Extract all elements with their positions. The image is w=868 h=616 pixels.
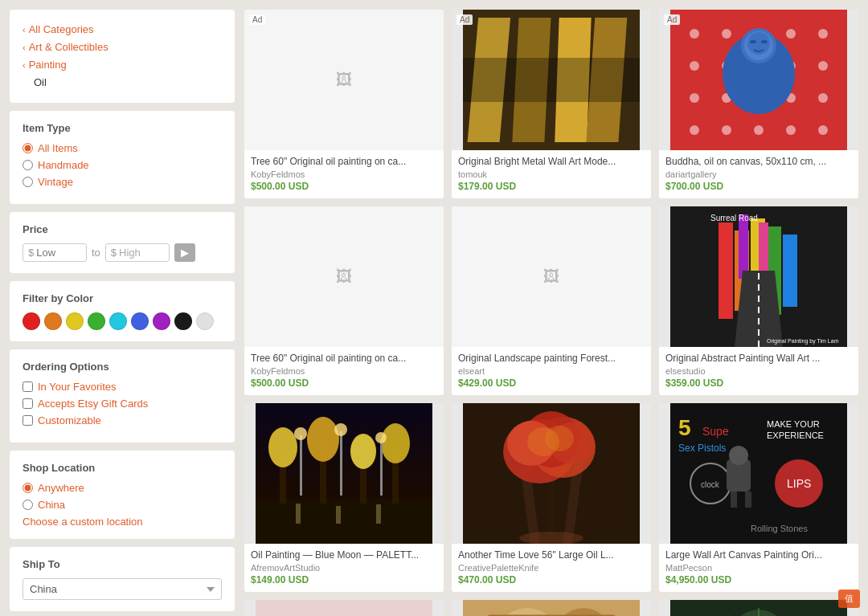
- svg-rect-87: [745, 492, 751, 508]
- color-swatch-orange[interactable]: [44, 312, 62, 330]
- price-high-wrap: $: [105, 243, 170, 262]
- product-price: $470.00 USD: [458, 574, 645, 585]
- svg-rect-61: [336, 506, 341, 524]
- product-title: Tree 60" Original oil painting on ca...: [251, 156, 437, 167]
- svg-point-31: [761, 40, 768, 43]
- svg-point-10: [786, 29, 796, 39]
- product-artwork: [452, 10, 651, 150]
- ad-badge: Ad: [664, 14, 680, 25]
- product-price: $429.00 USD: [458, 377, 645, 389]
- ordering-favorites[interactable]: In Your Favorites: [23, 381, 222, 393]
- broken-image-icon: 🖼: [244, 10, 444, 150]
- product-card[interactable]: 🖼 Original Landscape painting Forest... …: [452, 206, 651, 395]
- ad-badge: Ad: [457, 14, 473, 25]
- chevron-icon: ‹: [23, 58, 26, 73]
- product-card[interactable]: [452, 600, 651, 616]
- ordering-customizable[interactable]: Customizable: [23, 414, 222, 426]
- product-card[interactable]: Ad Original Bright Metal Wall Art Mode..…: [452, 10, 651, 198]
- breadcrumb-painting[interactable]: ‹ Painting: [23, 56, 222, 74]
- product-card[interactable]: Surreal Road Original Painting by Tim La…: [659, 206, 858, 395]
- price-low-input[interactable]: [36, 247, 76, 259]
- product-info: Another Time Love 56" Large Oil L... Cre…: [452, 544, 651, 592]
- svg-point-85: [729, 446, 748, 465]
- product-info: Large Wall Art Canvas Painting Ori... Ma…: [659, 544, 858, 592]
- product-card[interactable]: Ad: [659, 10, 858, 198]
- svg-point-8: [722, 29, 731, 39]
- broken-image-icon: 🖼: [244, 206, 444, 347]
- ordering-gift-cards[interactable]: Accepts Etsy Gift Cards: [23, 398, 222, 410]
- product-seller: KobyFeldmos: [251, 169, 437, 179]
- svg-rect-58: [380, 439, 383, 496]
- svg-point-22: [722, 125, 731, 135]
- ship-to-title: Ship To: [23, 558, 222, 570]
- price-go-button[interactable]: ▶: [174, 243, 195, 262]
- color-swatch-cyan[interactable]: [109, 312, 127, 330]
- svg-point-71: [545, 426, 574, 451]
- price-high-input[interactable]: [119, 247, 159, 259]
- color-swatch-white[interactable]: [196, 312, 214, 330]
- product-grid: Ad 🖼 Tree 60" Original oil painting on c…: [244, 10, 858, 616]
- product-artwork: [659, 10, 858, 150]
- color-swatch-red[interactable]: [23, 312, 40, 330]
- ordering-title: Ordering Options: [23, 361, 222, 373]
- svg-text:Original Painting by Tim Lam: Original Painting by Tim Lam: [767, 338, 839, 345]
- svg-text:MAKE YOUR: MAKE YOUR: [767, 419, 820, 429]
- svg-rect-62: [376, 504, 381, 524]
- svg-point-49: [307, 417, 339, 462]
- location-china[interactable]: China: [23, 499, 222, 511]
- product-price: $359.00 USD: [665, 377, 852, 389]
- svg-rect-33: [719, 222, 733, 319]
- product-title: Original Bright Metal Wall Art Mode...: [458, 156, 645, 167]
- product-info: Original Bright Metal Wall Art Mode... t…: [452, 150, 651, 198]
- product-seller: elseart: [458, 366, 645, 376]
- product-image: [244, 600, 444, 616]
- svg-text:5: 5: [678, 415, 691, 440]
- product-image: Ad: [452, 10, 651, 150]
- product-seller: MattPecson: [665, 563, 852, 573]
- product-price: $500.00 USD: [251, 181, 437, 192]
- location-anywhere[interactable]: Anywhere: [23, 482, 222, 494]
- product-artwork: [452, 403, 651, 544]
- color-filter-title: Filter by Color: [23, 292, 222, 304]
- product-title: Original Landscape painting Forest...: [458, 353, 645, 364]
- item-type-handmade[interactable]: Handmade: [23, 159, 222, 171]
- product-info: Tree 60" Original oil painting on ca... …: [244, 150, 444, 198]
- product-card[interactable]: Ad 🖼 Tree 60" Original oil painting on c…: [244, 10, 444, 198]
- color-swatch-purple[interactable]: [153, 312, 170, 330]
- product-card[interactable]: 🖼 Tree 60" Original oil painting on ca..…: [244, 206, 444, 395]
- product-image: Ad: [659, 10, 858, 150]
- svg-point-25: [818, 125, 828, 135]
- svg-rect-45: [256, 500, 432, 544]
- product-price: $179.00 USD: [458, 181, 645, 192]
- price-title: Price: [23, 223, 222, 235]
- item-type-all[interactable]: All Items: [23, 142, 222, 154]
- ship-to-select[interactable]: China United States United Kingdom Austr…: [23, 578, 222, 600]
- breadcrumb-art[interactable]: ‹ Art & Collectibles: [23, 39, 222, 56]
- product-image: [452, 403, 651, 544]
- svg-point-17: [690, 93, 699, 103]
- product-price: $4,950.00 USD: [665, 574, 852, 585]
- color-swatch-green[interactable]: [88, 312, 105, 330]
- breadcrumb-all-categories[interactable]: ‹ All Categories: [23, 21, 222, 39]
- price-section: Price $ to $ ▶: [10, 212, 235, 273]
- product-seller: AfremovArtStudio: [251, 563, 437, 573]
- product-card[interactable]: Oil Painting — Blue Moon — PALETT... Afr…: [244, 403, 444, 592]
- product-card[interactable]: [659, 600, 858, 616]
- product-image: [452, 600, 651, 616]
- product-title: Original Abstract Painting Wall Art ...: [665, 353, 852, 364]
- svg-text:LIPS: LIPS: [787, 477, 811, 490]
- item-type-vintage[interactable]: Vintage: [23, 176, 222, 188]
- color-swatch-yellow[interactable]: [66, 312, 84, 330]
- svg-point-11: [818, 29, 828, 39]
- product-card[interactable]: [244, 600, 444, 616]
- color-swatch-blue[interactable]: [131, 312, 149, 330]
- product-image: Surreal Road Original Painting by Tim La…: [659, 206, 858, 347]
- product-card[interactable]: 5 Supe Sex Pistols MAKE YOUR EXPERIENCE …: [659, 403, 858, 592]
- product-image: 🖼: [452, 206, 651, 347]
- svg-text:Surreal Road: Surreal Road: [710, 214, 758, 222]
- color-swatch-black[interactable]: [174, 312, 192, 330]
- custom-location-link[interactable]: Choose a custom location: [23, 516, 222, 528]
- svg-rect-38: [739, 214, 748, 279]
- product-card[interactable]: Another Time Love 56" Large Oil L... Cre…: [452, 403, 651, 592]
- svg-point-51: [350, 434, 376, 469]
